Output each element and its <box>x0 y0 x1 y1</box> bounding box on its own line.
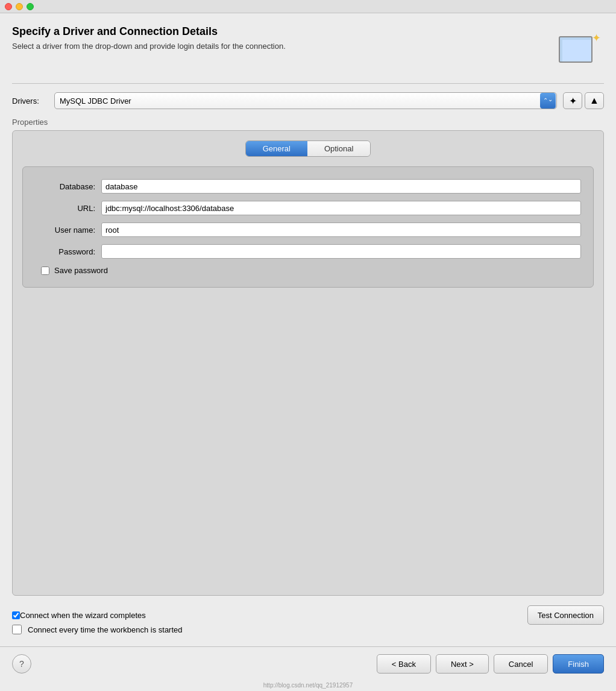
title-bar <box>0 0 616 13</box>
tab-optional[interactable]: Optional <box>307 141 370 156</box>
properties-box: General Optional Database: URL: <box>12 130 604 596</box>
tabs-container: General Optional <box>22 140 594 157</box>
screen-graphic <box>559 36 592 63</box>
connect-everytime-label[interactable]: Connect every time the workbench is star… <box>28 625 183 634</box>
wizard-icon-container: ✦ <box>556 25 604 74</box>
tab-group: General Optional <box>245 140 371 157</box>
screen-inner-graphic <box>562 40 591 62</box>
database-input[interactable] <box>101 179 581 194</box>
watermark: http://blog.csdn.net/qq_21912957 <box>0 681 616 691</box>
page-title: Specify a Driver and Connection Details <box>12 25 286 38</box>
password-label: Password: <box>35 247 101 256</box>
close-button[interactable] <box>5 3 12 10</box>
cancel-button[interactable]: Cancel <box>494 654 548 674</box>
save-password-row: Save password <box>35 266 581 275</box>
header-text: Specify a Driver and Connection Details … <box>12 25 286 51</box>
sparkle-icon: ✦ <box>592 31 601 45</box>
test-connection-button[interactable]: Test Connection <box>527 605 604 625</box>
maximize-button[interactable] <box>27 3 34 10</box>
url-label: URL: <box>35 204 101 213</box>
drivers-row: Drivers: MySQL JDBC Driver PostgreSQL Dr… <box>12 92 604 109</box>
help-button[interactable]: ? <box>12 654 31 674</box>
password-input[interactable] <box>101 244 581 259</box>
connect-everytime-checkbox[interactable] <box>12 625 22 634</box>
footer: ? < Back Next > Cancel Finish <box>0 647 616 681</box>
add-driver-button[interactable]: ✦ <box>563 92 582 109</box>
connect-everytime-row: Connect every time the workbench is star… <box>12 625 604 634</box>
connect-complete-label[interactable]: Connect when the wizard completes <box>20 611 146 620</box>
header: Specify a Driver and Connection Details … <box>12 25 604 74</box>
back-button[interactable]: < Back <box>377 654 431 674</box>
drivers-label: Drivers: <box>12 96 48 106</box>
drivers-select[interactable]: MySQL JDBC Driver PostgreSQL Driver Orac… <box>54 92 557 109</box>
url-row: URL: <box>35 201 581 215</box>
drivers-select-wrapper: MySQL JDBC Driver PostgreSQL Driver Orac… <box>54 92 557 109</box>
driver-btn-group: ✦ ▲ <box>563 92 604 109</box>
form-box: Database: URL: User name: Password: <box>22 166 594 288</box>
wizard-icon: ✦ <box>559 31 601 68</box>
bottom-options: Connect when the wizard completes Test C… <box>0 596 616 646</box>
password-row: Password: <box>35 244 581 259</box>
username-input[interactable] <box>101 222 581 237</box>
page-subtitle: Select a driver from the drop-down and p… <box>12 42 286 51</box>
properties-label: Properties <box>12 118 604 127</box>
finish-button[interactable]: Finish <box>553 654 604 674</box>
tab-general[interactable]: General <box>246 141 307 156</box>
properties-section: Properties General Optional Database: UR… <box>12 118 604 596</box>
traffic-lights <box>5 3 34 10</box>
connect-complete-checkbox[interactable] <box>12 611 20 619</box>
header-separator <box>12 83 604 84</box>
minimize-button[interactable] <box>16 3 23 10</box>
username-label: User name: <box>35 226 101 235</box>
connect-complete-row: Connect when the wizard completes Test C… <box>12 605 604 625</box>
database-row: Database: <box>35 179 581 194</box>
add-driver-icon: ✦ <box>569 95 577 107</box>
database-label: Database: <box>35 182 101 191</box>
footer-right: < Back Next > Cancel Finish <box>377 654 604 674</box>
save-password-checkbox[interactable] <box>41 267 49 275</box>
next-button[interactable]: Next > <box>436 654 489 674</box>
connect-complete-left: Connect when the wizard completes <box>12 611 146 620</box>
edit-driver-button[interactable]: ▲ <box>585 92 604 109</box>
edit-driver-icon: ▲ <box>589 95 599 106</box>
username-row: User name: <box>35 222 581 237</box>
main-content: Specify a Driver and Connection Details … <box>0 13 616 596</box>
save-password-label[interactable]: Save password <box>54 266 108 275</box>
url-input[interactable] <box>101 201 581 215</box>
footer-left: ? <box>12 654 31 674</box>
